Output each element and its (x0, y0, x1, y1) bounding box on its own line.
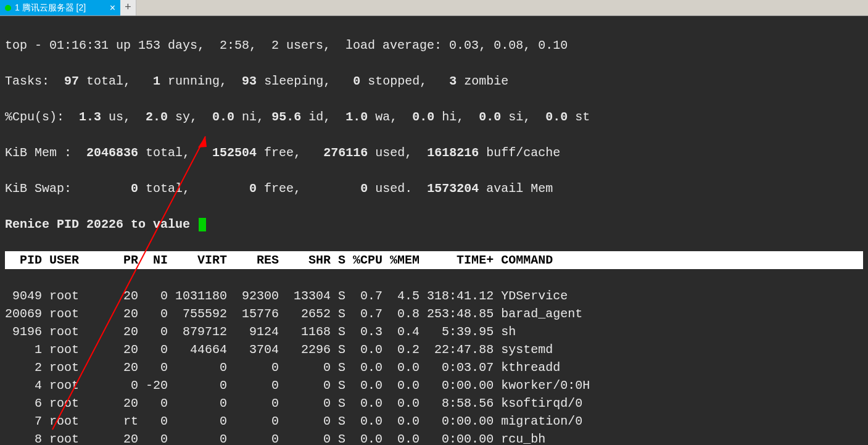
table-row: 8 root 20 0 0 0 0 S 0.0 0.0 0:00.00 rcu_… (5, 430, 863, 445)
table-row: 4 root 0 -20 0 0 0 S 0.0 0.0 0:00.00 kwo… (5, 376, 863, 394)
status-dot-icon (5, 5, 11, 11)
table-row: 9049 root 20 0 1031180 92300 13304 S 0.7… (5, 287, 863, 305)
summary-cpu: %Cpu(s): 1.3 us, 2.0 sy, 0.0 ni, 95.6 id… (5, 108, 863, 126)
table-row: 1 root 20 0 44664 3704 2296 S 0.0 0.2 22… (5, 341, 863, 359)
renice-prompt[interactable]: Renice PID 20226 to value (5, 215, 863, 233)
process-header: PID USER PR NI VIRT RES SHR S %CPU %MEM … (5, 251, 863, 269)
process-list: 9049 root 20 0 1031180 92300 13304 S 0.7… (5, 287, 863, 445)
summary-tasks: Tasks: 97 total, 1 running, 93 sleeping,… (5, 72, 863, 90)
table-row: 6 root 20 0 0 0 0 S 0.0 0.0 8:58.56 ksof… (5, 394, 863, 412)
new-tab-button[interactable]: + (120, 0, 136, 15)
close-icon[interactable]: × (110, 3, 115, 13)
tab-bar: 1 腾讯云服务器 [2] × + (0, 0, 868, 16)
table-row: 7 root rt 0 0 0 0 S 0.0 0.0 0:00.00 migr… (5, 412, 863, 430)
tab-active[interactable]: 1 腾讯云服务器 [2] × (0, 0, 120, 15)
summary-uptime: top - 01:16:31 up 153 days, 2:58, 2 user… (5, 36, 863, 54)
table-row: 2 root 20 0 0 0 0 S 0.0 0.0 0:03.07 kthr… (5, 359, 863, 376)
cursor-icon (199, 218, 206, 231)
table-row: 9196 root 20 0 879712 9124 1168 S 0.3 0.… (5, 323, 863, 341)
table-row: 20069 root 20 0 755592 15776 2652 S 0.7 … (5, 305, 863, 323)
tab-title: 1 腾讯云服务器 [2] (15, 1, 106, 14)
summary-swap: KiB Swap: 0 total, 0 free, 0 used. 15732… (5, 180, 863, 198)
summary-mem: KiB Mem : 2046836 total, 152504 free, 27… (5, 144, 863, 162)
terminal-output[interactable]: top - 01:16:31 up 153 days, 2:58, 2 user… (0, 16, 868, 445)
